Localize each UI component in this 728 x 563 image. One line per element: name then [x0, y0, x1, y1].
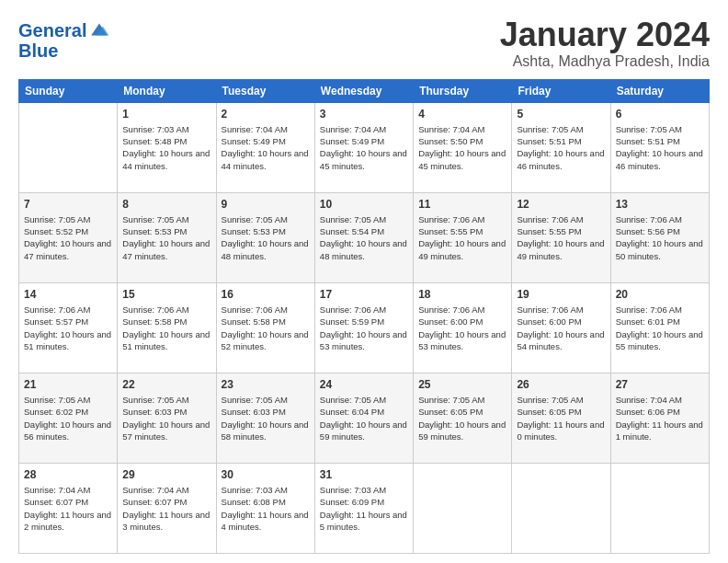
cell-1-3: 10 Sunrise: 7:05 AMSunset: 5:54 PMDaylig… [314, 192, 413, 282]
cell-0-0 [19, 102, 118, 192]
page: General Blue January 2024 Ashta, Madhya … [0, 0, 728, 563]
cell-0-5: 5 Sunrise: 7:05 AMSunset: 5:51 PMDayligh… [512, 102, 610, 192]
subtitle: Ashta, Madhya Pradesh, India [500, 53, 710, 70]
day-number: 29 [122, 467, 210, 482]
day-number: 16 [222, 287, 310, 302]
day-number: 12 [517, 197, 605, 212]
day-number: 30 [222, 467, 310, 482]
day-info: Sunrise: 7:06 AMSunset: 6:00 PMDaylight:… [418, 304, 506, 352]
cell-2-6: 20 Sunrise: 7:06 AMSunset: 6:01 PMDaylig… [610, 282, 709, 373]
day-number: 6 [616, 107, 704, 121]
cell-3-5: 26 Sunrise: 7:05 AMSunset: 6:05 PMDaylig… [512, 373, 610, 463]
day-info: Sunrise: 7:06 AMSunset: 5:58 PMDaylight:… [222, 304, 310, 352]
cell-3-4: 25 Sunrise: 7:05 AMSunset: 6:05 PMDaylig… [414, 373, 512, 463]
day-number: 28 [24, 467, 112, 482]
cell-0-2: 2 Sunrise: 7:04 AMSunset: 5:49 PMDayligh… [216, 102, 314, 192]
cell-1-0: 7 Sunrise: 7:05 AMSunset: 5:52 PMDayligh… [19, 192, 118, 282]
day-number: 24 [320, 377, 408, 392]
cell-4-5 [512, 463, 610, 553]
main-title: January 2024 [500, 17, 710, 53]
calendar-table: Sunday Monday Tuesday Wednesday Thursday… [18, 79, 710, 554]
day-info: Sunrise: 7:05 AMSunset: 5:51 PMDaylight:… [517, 123, 605, 172]
cell-1-4: 11 Sunrise: 7:06 AMSunset: 5:55 PMDaylig… [414, 192, 512, 282]
day-number: 20 [616, 287, 704, 302]
cell-1-1: 8 Sunrise: 7:05 AMSunset: 5:53 PMDayligh… [118, 192, 216, 282]
day-number: 15 [122, 287, 210, 302]
cell-3-6: 27 Sunrise: 7:04 AMSunset: 6:06 PMDaylig… [610, 373, 709, 463]
header: General Blue January 2024 Ashta, Madhya … [18, 17, 710, 70]
cell-4-1: 29 Sunrise: 7:04 AMSunset: 6:07 PMDaylig… [118, 463, 216, 553]
title-block: January 2024 Ashta, Madhya Pradesh, Indi… [500, 17, 710, 70]
day-info: Sunrise: 7:04 AMSunset: 5:50 PMDaylight:… [418, 123, 506, 172]
day-number: 21 [24, 377, 112, 392]
day-info: Sunrise: 7:05 AMSunset: 6:05 PMDaylight:… [517, 394, 605, 442]
col-thursday: Thursday [414, 79, 512, 102]
day-info: Sunrise: 7:04 AMSunset: 6:07 PMDaylight:… [24, 484, 112, 533]
cell-3-3: 24 Sunrise: 7:05 AMSunset: 6:04 PMDaylig… [314, 373, 413, 463]
day-number: 2 [222, 107, 310, 121]
cell-0-3: 3 Sunrise: 7:04 AMSunset: 5:49 PMDayligh… [314, 102, 413, 192]
day-number: 22 [122, 377, 210, 392]
cell-0-1: 1 Sunrise: 7:03 AMSunset: 5:48 PMDayligh… [118, 102, 216, 192]
col-wednesday: Wednesday [314, 79, 413, 102]
header-row: Sunday Monday Tuesday Wednesday Thursday… [19, 79, 710, 102]
day-info: Sunrise: 7:05 AMSunset: 5:52 PMDaylight:… [24, 213, 112, 262]
day-number: 5 [517, 107, 605, 121]
day-info: Sunrise: 7:03 AMSunset: 6:09 PMDaylight:… [320, 484, 408, 533]
cell-3-0: 21 Sunrise: 7:05 AMSunset: 6:02 PMDaylig… [19, 373, 118, 463]
cell-0-6: 6 Sunrise: 7:05 AMSunset: 5:51 PMDayligh… [610, 102, 709, 192]
day-number: 23 [222, 377, 310, 392]
week-row-1: 7 Sunrise: 7:05 AMSunset: 5:52 PMDayligh… [19, 192, 710, 282]
day-info: Sunrise: 7:06 AMSunset: 5:57 PMDaylight:… [24, 304, 112, 352]
day-number: 19 [517, 287, 605, 302]
cell-1-6: 13 Sunrise: 7:06 AMSunset: 5:56 PMDaylig… [610, 192, 709, 282]
day-info: Sunrise: 7:06 AMSunset: 5:59 PMDaylight:… [320, 304, 408, 352]
cell-4-4 [414, 463, 512, 553]
day-info: Sunrise: 7:03 AMSunset: 5:48 PMDaylight:… [122, 123, 210, 172]
col-monday: Monday [118, 79, 216, 102]
day-info: Sunrise: 7:06 AMSunset: 5:55 PMDaylight:… [418, 213, 506, 262]
day-info: Sunrise: 7:06 AMSunset: 5:58 PMDaylight:… [122, 304, 210, 352]
day-number: 27 [616, 377, 704, 392]
day-info: Sunrise: 7:04 AMSunset: 6:07 PMDaylight:… [122, 484, 210, 533]
day-number: 10 [320, 197, 408, 212]
day-info: Sunrise: 7:04 AMSunset: 6:06 PMDaylight:… [616, 394, 704, 442]
day-info: Sunrise: 7:05 AMSunset: 5:53 PMDaylight:… [222, 213, 310, 262]
day-number: 4 [418, 107, 506, 121]
cell-2-0: 14 Sunrise: 7:06 AMSunset: 5:57 PMDaylig… [19, 282, 118, 373]
day-info: Sunrise: 7:06 AMSunset: 6:01 PMDaylight:… [616, 304, 704, 352]
day-info: Sunrise: 7:05 AMSunset: 6:04 PMDaylight:… [320, 394, 408, 442]
cell-0-4: 4 Sunrise: 7:04 AMSunset: 5:50 PMDayligh… [414, 102, 512, 192]
cell-4-2: 30 Sunrise: 7:03 AMSunset: 6:08 PMDaylig… [216, 463, 314, 553]
day-info: Sunrise: 7:04 AMSunset: 5:49 PMDaylight:… [320, 123, 408, 172]
day-info: Sunrise: 7:06 AMSunset: 5:56 PMDaylight:… [616, 213, 704, 262]
cell-3-2: 23 Sunrise: 7:05 AMSunset: 6:03 PMDaylig… [216, 373, 314, 463]
day-number: 11 [418, 197, 506, 212]
day-number: 25 [418, 377, 506, 392]
day-info: Sunrise: 7:05 AMSunset: 6:03 PMDaylight:… [222, 394, 310, 442]
day-info: Sunrise: 7:05 AMSunset: 6:03 PMDaylight:… [122, 394, 210, 442]
day-number: 26 [517, 377, 605, 392]
cell-2-4: 18 Sunrise: 7:06 AMSunset: 6:00 PMDaylig… [414, 282, 512, 373]
cell-2-3: 17 Sunrise: 7:06 AMSunset: 5:59 PMDaylig… [314, 282, 413, 373]
cell-1-2: 9 Sunrise: 7:05 AMSunset: 5:53 PMDayligh… [216, 192, 314, 282]
week-row-2: 14 Sunrise: 7:06 AMSunset: 5:57 PMDaylig… [19, 282, 710, 373]
day-number: 3 [320, 107, 408, 121]
day-number: 14 [24, 287, 112, 302]
cell-2-2: 16 Sunrise: 7:06 AMSunset: 5:58 PMDaylig… [216, 282, 314, 373]
cell-4-6 [610, 463, 709, 553]
day-info: Sunrise: 7:06 AMSunset: 5:55 PMDaylight:… [517, 213, 605, 262]
day-info: Sunrise: 7:05 AMSunset: 6:05 PMDaylight:… [418, 394, 506, 442]
col-sunday: Sunday [19, 79, 118, 102]
day-number: 8 [122, 197, 210, 212]
logo: General Blue [18, 20, 110, 61]
cell-2-5: 19 Sunrise: 7:06 AMSunset: 6:00 PMDaylig… [512, 282, 610, 373]
day-info: Sunrise: 7:05 AMSunset: 5:54 PMDaylight:… [320, 213, 408, 262]
day-info: Sunrise: 7:04 AMSunset: 5:49 PMDaylight:… [222, 123, 310, 172]
cell-1-5: 12 Sunrise: 7:06 AMSunset: 5:55 PMDaylig… [512, 192, 610, 282]
logo-icon [88, 18, 110, 40]
col-friday: Friday [512, 79, 610, 102]
cell-4-3: 31 Sunrise: 7:03 AMSunset: 6:09 PMDaylig… [314, 463, 413, 553]
day-number: 9 [222, 197, 310, 212]
day-number: 31 [320, 467, 408, 482]
